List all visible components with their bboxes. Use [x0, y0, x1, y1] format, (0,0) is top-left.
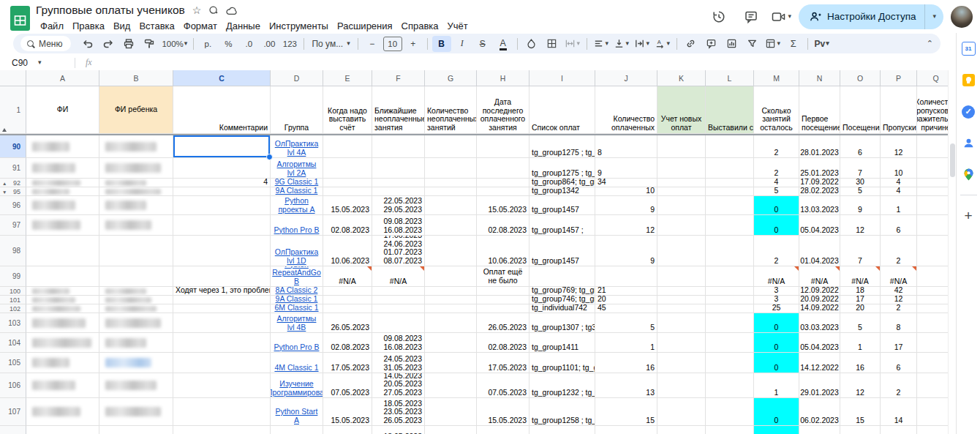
- group-link[interactable]: ОлПрактика lvl 1D: [273, 248, 320, 265]
- keep-icon[interactable]: [962, 73, 976, 87]
- cell-E95[interactable]: [323, 187, 372, 196]
- cell-O105[interactable]: 16: [840, 353, 881, 373]
- cell-H99[interactable]: Оплат ещё не было: [477, 266, 529, 287]
- row-header-105[interactable]: 105: [0, 353, 26, 373]
- cell-G99[interactable]: [425, 266, 477, 287]
- decrease-decimal-button[interactable]: .0: [239, 36, 258, 52]
- cell-C98[interactable]: [173, 236, 271, 266]
- cell-H101[interactable]: [477, 296, 529, 304]
- undo-button[interactable]: [78, 36, 97, 52]
- cell-F99[interactable]: #N/A: [372, 266, 425, 287]
- cell-K102[interactable]: [657, 304, 706, 313]
- cell-Q107[interactable]: [917, 398, 948, 426]
- col-header-I[interactable]: I: [529, 70, 595, 86]
- star-icon[interactable]: ☆: [192, 5, 202, 15]
- cell-Q106[interactable]: [917, 373, 948, 398]
- group-link[interactable]: 6M Classic 1: [274, 304, 318, 312]
- group-collapse-up-icon[interactable]: ▲: [2, 180, 7, 185]
- cell-M98[interactable]: 2: [754, 236, 799, 266]
- cell-J105[interactable]: 16: [595, 353, 657, 373]
- cell-I95[interactable]: tg_group1342: [529, 187, 595, 196]
- chevron-down-icon[interactable]: ▾: [788, 13, 792, 20]
- cell-M99[interactable]: #N/A: [754, 266, 799, 287]
- cell-H92[interactable]: [477, 179, 529, 187]
- cell-B91[interactable]: [99, 158, 173, 179]
- row-header-104[interactable]: 104: [0, 333, 26, 353]
- cell-D107[interactable]: Python Start A: [271, 398, 323, 426]
- insert-link-button[interactable]: [682, 36, 701, 52]
- cell-L97[interactable]: [706, 215, 754, 236]
- cell-H1[interactable]: Дата последнего оплаченного занятия: [477, 86, 529, 134]
- cell-N92[interactable]: 17.09.2022: [799, 179, 840, 187]
- cell-J98[interactable]: 9: [595, 236, 657, 266]
- cell-E104[interactable]: 02.08.2023: [323, 333, 372, 353]
- text-wrap-button[interactable]: ▾: [633, 36, 652, 52]
- cell-F107[interactable]: 18.05.202323.05.202326.05.2023: [372, 398, 425, 426]
- cell-Q97[interactable]: [917, 215, 948, 236]
- cell-N98[interactable]: 01.04.2023: [799, 236, 840, 266]
- cell-Jx[interactable]: [595, 426, 657, 434]
- cell-E105[interactable]: 17.05.2023: [323, 353, 372, 373]
- get-add-ons-icon[interactable]: +: [962, 209, 976, 222]
- col-header-K[interactable]: K: [657, 70, 706, 86]
- increase-font-size-button[interactable]: +: [404, 36, 423, 52]
- cell-K106[interactable]: [657, 373, 706, 398]
- cell-H95[interactable]: [477, 187, 529, 196]
- cell-M90[interactable]: 2: [754, 135, 799, 158]
- cell-O91[interactable]: 7: [840, 158, 881, 179]
- cell-Gx[interactable]: [425, 426, 477, 434]
- cell-F101[interactable]: [372, 296, 425, 304]
- cell-Q98[interactable]: [917, 236, 948, 266]
- cell-D96[interactable]: Python проекты A: [271, 196, 323, 215]
- cell-N104[interactable]: 05.04.2023: [799, 333, 840, 353]
- cell-D91[interactable]: Алгоритмы lvl 2A: [271, 158, 323, 179]
- col-header-N[interactable]: N: [799, 70, 840, 86]
- cell-M107[interactable]: 0: [754, 398, 799, 426]
- cell-F100[interactable]: [372, 287, 425, 296]
- cell-I102[interactable]: tg_individual742: [529, 304, 595, 313]
- cell-B104[interactable]: [99, 333, 173, 353]
- col-header-J[interactable]: J: [595, 70, 657, 86]
- cell-M102[interactable]: 25: [754, 304, 799, 313]
- zoom-select[interactable]: 100%▾: [160, 36, 189, 52]
- cell-B99[interactable]: [99, 266, 173, 287]
- cell-K91[interactable]: [657, 158, 706, 179]
- font-select[interactable]: По ум...▾: [309, 39, 353, 49]
- decrease-font-size-button[interactable]: −: [363, 36, 382, 52]
- cell-A107[interactable]: [26, 398, 99, 426]
- col-header-F[interactable]: F: [372, 70, 425, 86]
- menu-item[interactable]: Учёт: [443, 19, 472, 33]
- cell-E92[interactable]: [323, 179, 372, 187]
- cell-Ox[interactable]: [840, 426, 881, 434]
- cell-E91[interactable]: [323, 158, 372, 179]
- cell-I104[interactable]: tg_group1411: [529, 333, 595, 353]
- group-collapse-icon[interactable]: [2, 128, 7, 132]
- user-avatar[interactable]: [951, 6, 973, 28]
- cell-O96[interactable]: 9: [840, 196, 881, 215]
- cell-N96[interactable]: 13.03.2023: [799, 196, 840, 215]
- group-link[interactable]: ОлПрактика lvl 4A: [273, 140, 320, 157]
- cell-Q103[interactable]: [917, 313, 948, 333]
- group-link[interactable]: 9G Classic 1: [275, 179, 319, 186]
- cell-B92[interactable]: [99, 179, 173, 187]
- cell-O99[interactable]: #N/A: [840, 266, 881, 287]
- cell-C104[interactable]: [173, 333, 271, 353]
- cell-B96[interactable]: [99, 196, 173, 215]
- cell-L96[interactable]: [706, 196, 754, 215]
- cell-G92[interactable]: [425, 179, 477, 187]
- cell-D98[interactable]: ОлПрактика lvl 1D: [271, 236, 323, 266]
- cell-E99[interactable]: #N/A: [323, 266, 372, 287]
- cell-N107[interactable]: 06.02.2023: [799, 398, 840, 426]
- menu-item[interactable]: Данные: [222, 19, 265, 33]
- cell-K103[interactable]: [657, 313, 706, 333]
- comments-icon[interactable]: [739, 4, 764, 29]
- cell-Q102[interactable]: [917, 304, 948, 313]
- cell-F106[interactable]: 14.05.202320.05.202327.05.2023: [372, 373, 425, 398]
- row-header-98[interactable]: 98: [0, 236, 26, 266]
- cell-P103[interactable]: 8: [881, 313, 917, 333]
- cell-J91[interactable]: 9: [595, 158, 657, 179]
- selected-cell-C90[interactable]: [173, 135, 271, 158]
- cell-P101[interactable]: 12: [881, 296, 917, 304]
- cell-G104[interactable]: [425, 333, 477, 353]
- cell-H96[interactable]: 15.05.2023: [477, 196, 529, 215]
